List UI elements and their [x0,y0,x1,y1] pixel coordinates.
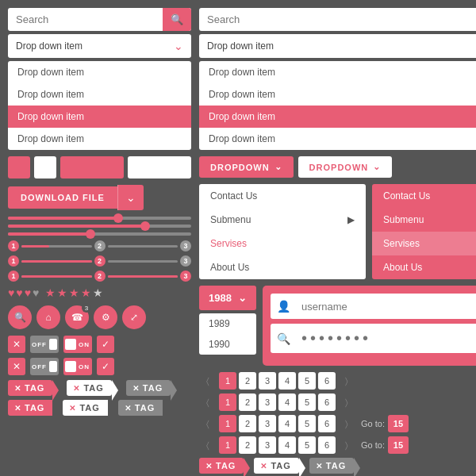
page-btn-2[interactable]: 2 [239,372,256,390]
heart-3[interactable]: ♥ [25,286,31,299]
toggle-off-1[interactable]: OFF [30,336,59,353]
slider-track-3[interactable] [8,232,191,236]
star-3[interactable]: ★ [69,286,79,299]
right-tag-1[interactable]: ✕ TAG [199,458,244,474]
year-select-btn[interactable]: 1988 ⌄ [199,286,256,310]
menu-item-contact[interactable]: Contact Us [199,184,366,208]
page-btn-4-4[interactable]: 4 [278,436,296,454]
tag-3[interactable]: ✕ TAG [126,380,171,396]
left-dropdown-select[interactable]: Drop down item ⌄ [8,34,191,58]
white-wide-btn[interactable] [128,156,191,178]
slider-track-1[interactable] [8,217,191,220]
year-1989[interactable]: 1989 [199,313,256,334]
page-btn-2-4[interactable]: 4 [278,393,296,411]
check-btn-1[interactable]: ✓ [97,336,114,353]
page-btn-5[interactable]: 5 [298,372,316,390]
heart-1[interactable]: ♥ [8,286,14,299]
phone-icon-btn[interactable]: ☎ 3 [65,305,89,329]
prev-page-btn[interactable]: 〈 [199,372,217,390]
page-btn-3-5[interactable]: 5 [298,415,316,432]
menu-item-services[interactable]: Servises [199,232,366,255]
page-btn-1[interactable]: 1 [219,372,236,390]
page-btn-4-5[interactable]: 5 [298,436,316,454]
page-btn-3[interactable]: 3 [259,372,276,390]
list-item[interactable]: Drop down item [199,128,476,150]
white-square-btn[interactable] [34,156,56,178]
page-btn-3-3[interactable]: 3 [259,415,276,432]
list-item-active[interactable]: Drop down item [199,106,476,128]
goto-input-2[interactable] [388,436,409,454]
page-btn-3-6[interactable]: 6 [318,415,336,432]
close-btn-1[interactable]: ✕ [8,336,25,353]
prev-page-btn-4[interactable]: 〈 [199,436,217,454]
menu-item-about[interactable]: About Us [199,255,366,279]
tag-2[interactable]: ✕ TAG [67,380,111,396]
list-item-active[interactable]: Drop down item [8,106,191,128]
password-input[interactable] [297,324,476,353]
pink-wide-btn[interactable] [60,156,124,178]
left-search-button[interactable]: 🔍 [163,8,191,31]
check-btn-2[interactable]: ✓ [97,358,114,375]
list-item[interactable]: Drop down item [8,128,191,150]
list-item[interactable]: Drop down item [199,61,476,83]
pink-square-btn[interactable] [8,156,30,178]
num-track-3b[interactable] [108,275,178,278]
page-btn-2-2[interactable]: 2 [239,393,256,411]
menu-item-submenu[interactable]: Submenu ▶ [199,208,366,232]
list-item[interactable]: Drop down item [8,83,191,106]
page-btn-3-2[interactable]: 2 [239,415,256,432]
expand-icon-btn[interactable]: ⤢ [122,305,146,329]
username-input[interactable] [297,295,476,318]
star-1[interactable]: ★ [45,286,56,299]
dropdown-btn-2[interactable]: DROPDOWN ⌄ [298,156,393,178]
download-main-btn[interactable]: DOWNLOAD FILE [8,186,117,209]
num-track-1[interactable] [21,245,92,248]
toggle-on-1[interactable]: ON [63,336,92,353]
num-track-2[interactable] [21,260,92,263]
tag-1[interactable]: ✕ TAG [8,380,52,396]
prev-page-btn-2[interactable]: 〈 [199,393,217,411]
next-page-btn-2[interactable]: 〉 [338,393,355,411]
page-btn-6[interactable]: 6 [318,372,336,390]
menu-item-services-2[interactable]: Servises [372,232,476,255]
page-btn-3-4[interactable]: 4 [278,415,296,432]
right-tag-3[interactable]: ✕ TAG [309,458,354,474]
page-btn-4[interactable]: 4 [278,372,296,390]
tag-4[interactable]: ✕ TAG [8,400,52,416]
next-page-btn[interactable]: 〉 [338,372,355,390]
close-btn-2[interactable]: ✕ [8,358,25,375]
star-5[interactable]: ★ [93,286,103,299]
next-page-btn-3[interactable]: 〉 [338,415,355,432]
right-dropdown-select[interactable]: Drop down item 🔍 [199,34,476,58]
menu-item-contact-2[interactable]: Contact Us [372,184,476,208]
left-search-input[interactable] [8,8,163,31]
page-btn-4-1[interactable]: 1 [219,436,236,454]
tag-5[interactable]: ✕ TAG [63,400,107,416]
list-item[interactable]: Drop down item [8,61,191,83]
toggle-on-2[interactable]: ON [63,358,92,375]
star-2[interactable]: ★ [57,286,67,299]
slider-track-2[interactable] [8,225,191,228]
num-track-2b[interactable] [108,260,178,263]
page-btn-3-1[interactable]: 1 [219,415,236,432]
heart-4[interactable]: ♥ [33,286,39,299]
next-page-btn-4[interactable]: 〉 [338,436,355,454]
page-btn-2-5[interactable]: 5 [298,393,316,411]
tag-6[interactable]: ✕ TAG [118,400,163,416]
num-track-1b[interactable] [108,245,178,248]
page-btn-2-3[interactable]: 3 [259,393,276,411]
search-icon-btn[interactable]: 🔍 [8,305,32,329]
right-tag-2[interactable]: ✕ TAG [254,458,298,474]
page-btn-2-6[interactable]: 6 [318,393,336,411]
prev-page-btn-3[interactable]: 〈 [199,415,217,432]
menu-item-submenu-2[interactable]: Submenu [372,208,476,232]
num-track-3[interactable] [21,275,92,278]
goto-input[interactable] [388,415,409,432]
heart-2[interactable]: ♥ [16,286,22,299]
right-search-input[interactable] [199,8,476,31]
page-btn-4-6[interactable]: 6 [318,436,336,454]
toggle-off-2[interactable]: OFF [30,358,59,375]
menu-item-about-2[interactable]: About Us [372,255,476,279]
download-arrow-btn[interactable]: ⌄ [117,185,144,210]
star-4[interactable]: ★ [81,286,91,299]
